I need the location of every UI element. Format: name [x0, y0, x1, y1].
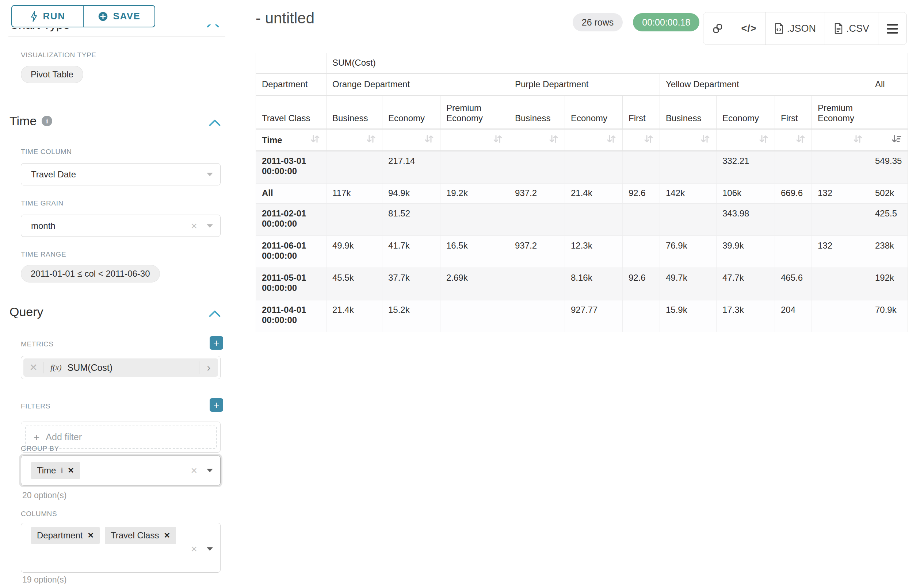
- value-cell: 70.9k: [869, 300, 908, 332]
- sort-toggle-cell[interactable]: [812, 129, 869, 151]
- time-section-header: Time i: [10, 114, 52, 128]
- visualization-type-label: VISUALIZATION TYPE: [21, 51, 96, 59]
- add-filter-plus-button[interactable]: +: [210, 398, 223, 412]
- value-cell: 132: [812, 236, 869, 268]
- value-cell: 549.35: [869, 151, 908, 183]
- columns-tag-travel-class[interactable]: Travel Class ✕: [105, 527, 176, 544]
- sort-icon: [424, 134, 434, 146]
- columns-select[interactable]: Department ✕ Travel Class ✕ ×: [21, 523, 221, 572]
- value-cell: 132: [812, 183, 869, 204]
- sort-toggle-cell[interactable]: [716, 129, 775, 151]
- chart-type-chevron-clipped[interactable]: [207, 25, 223, 28]
- export-json-button[interactable]: .JSON: [765, 12, 825, 44]
- file-text-icon: [834, 23, 843, 34]
- sort-toggle-cell[interactable]: [660, 129, 716, 151]
- clear-icon[interactable]: ×: [191, 465, 197, 476]
- pivot-table: SUM(Cost)DepartmentOrange DepartmentPurp…: [256, 53, 908, 332]
- chevron-up-icon: [209, 119, 221, 126]
- visualization-type-pill[interactable]: Pivot Table: [21, 66, 83, 83]
- share-link-button[interactable]: [703, 12, 732, 44]
- time-column-value: Travel Date: [31, 169, 76, 179]
- value-cell: 465.6: [775, 268, 812, 300]
- col-group-header: Purple Department: [509, 74, 660, 95]
- travel-class-header: Economy: [565, 95, 623, 129]
- sort-descending-icon: [891, 134, 902, 146]
- travel-class-header: Premium Economy: [441, 95, 509, 129]
- value-cell: 669.6: [775, 183, 812, 204]
- value-cell: [509, 300, 565, 332]
- sort-toggle-cell[interactable]: [509, 129, 565, 151]
- chevron-up-icon: [207, 25, 219, 28]
- col-group-header: All: [869, 74, 908, 95]
- run-button[interactable]: RUN: [12, 5, 83, 27]
- embed-code-button[interactable]: </>: [732, 12, 765, 44]
- value-cell: 192k: [869, 268, 908, 300]
- value-cell: 92.6: [623, 268, 660, 300]
- value-cell: 2.69k: [441, 268, 509, 300]
- value-cell: 937.2: [509, 183, 565, 204]
- time-column-select[interactable]: Travel Date: [21, 163, 221, 186]
- value-cell: 49.7k: [660, 268, 716, 300]
- value-cell: [441, 300, 509, 332]
- row-header: 2011-03-01 00:00:00: [256, 151, 327, 183]
- value-cell: 106k: [716, 183, 775, 204]
- row-header: 2011-02-01 00:00:00: [256, 204, 327, 236]
- run-label: RUN: [43, 11, 65, 22]
- groupby-tag-time[interactable]: Time i ✕: [31, 462, 80, 479]
- value-cell: 92.6: [623, 183, 660, 204]
- clear-icon[interactable]: ×: [191, 543, 197, 554]
- info-icon: i: [61, 466, 63, 475]
- collapse-query-section[interactable]: [209, 310, 221, 319]
- tag-label: Travel Class: [111, 530, 159, 541]
- value-cell: 19.2k: [441, 183, 509, 204]
- sort-toggle-cell[interactable]: [869, 129, 908, 151]
- plus-icon: +: [34, 431, 40, 443]
- sort-toggle-cell[interactable]: [775, 129, 812, 151]
- control-panel: Chart Type RUN SAVE VISUALIZATION TYPE P…: [0, 0, 234, 584]
- chevron-right-icon[interactable]: ›: [199, 361, 218, 374]
- add-filter-label: Add filter: [46, 432, 82, 443]
- value-cell: 12.3k: [565, 236, 623, 268]
- sort-toggle-cell[interactable]: [383, 129, 441, 151]
- col-group-header: Orange Department: [327, 74, 509, 95]
- value-cell: 332.21: [716, 151, 775, 183]
- group-by-select[interactable]: Time i ✕ ×: [21, 456, 221, 485]
- save-button[interactable]: SAVE: [83, 5, 155, 27]
- add-metric-button[interactable]: +: [210, 336, 223, 350]
- value-cell: 94.9k: [383, 183, 441, 204]
- clear-icon[interactable]: ×: [191, 220, 197, 231]
- sort-icon: [853, 134, 863, 146]
- corner-cell: [256, 53, 327, 74]
- sort-icon: [795, 134, 806, 146]
- export-csv-button[interactable]: .CSV: [825, 12, 878, 44]
- sort-icon: [549, 134, 559, 146]
- value-cell: 502k: [869, 183, 908, 204]
- sort-icon: [310, 134, 320, 146]
- time-section-title: Time: [10, 114, 36, 128]
- value-cell: 8.16k: [565, 268, 623, 300]
- metric-item[interactable]: ✕ f(x) SUM(Cost) ›: [23, 359, 218, 377]
- time-grain-select[interactable]: month ×: [21, 215, 221, 237]
- code-icon: </>: [741, 23, 756, 34]
- sort-toggle-cell[interactable]: [623, 129, 660, 151]
- table-row: 2011-02-01 00:00:0081.52343.98425.5: [256, 204, 908, 236]
- remove-tag-icon[interactable]: ✕: [87, 531, 94, 540]
- export-toolbar: </> .JSON .CSV: [703, 12, 907, 45]
- sort-toggle-cell[interactable]: [565, 129, 623, 151]
- chevron-up-icon: [209, 310, 221, 317]
- columns-tag-department[interactable]: Department ✕: [31, 527, 100, 544]
- travel-class-header: Business: [660, 95, 716, 129]
- row-dimension-sort-cell[interactable]: Time: [256, 129, 327, 151]
- remove-metric-icon[interactable]: ✕: [23, 362, 44, 373]
- value-cell: 17.3k: [716, 300, 775, 332]
- menu-button[interactable]: [878, 12, 906, 44]
- collapse-time-section[interactable]: [209, 119, 221, 128]
- value-cell: 45.5k: [327, 268, 383, 300]
- sort-toggle-cell[interactable]: [441, 129, 509, 151]
- chart-title[interactable]: - untitled: [256, 10, 314, 27]
- value-cell: 343.98: [716, 204, 775, 236]
- time-range-pill[interactable]: 2011-01-01 ≤ col < 2011-06-30: [21, 265, 160, 283]
- sort-toggle-cell[interactable]: [327, 129, 383, 151]
- remove-tag-icon[interactable]: ✕: [68, 466, 74, 475]
- remove-tag-icon[interactable]: ✕: [163, 531, 170, 540]
